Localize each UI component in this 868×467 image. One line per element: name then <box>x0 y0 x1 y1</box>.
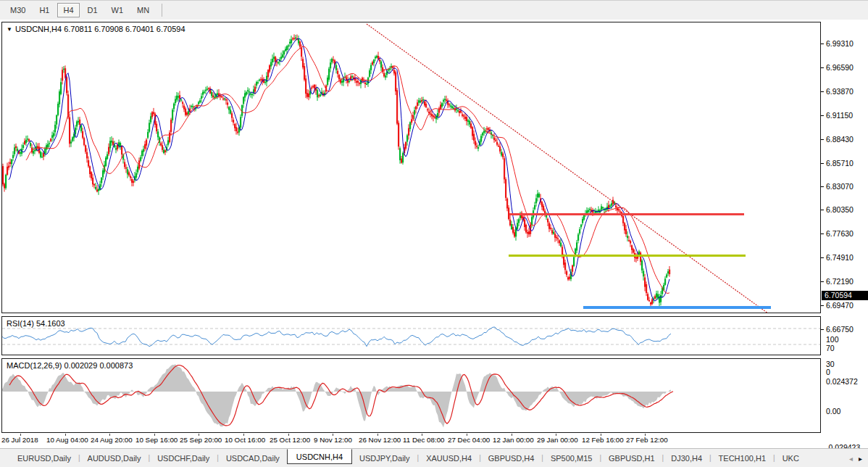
price-axis-label: 6.83070 <box>826 182 854 191</box>
price-axis-label: 6.91150 <box>826 111 853 120</box>
price-axis-tick <box>821 67 824 68</box>
chart-tab-usdchf[interactable]: USDCHF,Daily <box>150 452 217 465</box>
price-axis-tick <box>821 139 824 140</box>
tab-scroll-right-icon[interactable]: ▸ <box>859 455 862 463</box>
time-axis-label: 25 Oct 12:00 <box>270 436 310 444</box>
price-axis-tick <box>821 210 824 210</box>
time-axis-label: 26 Nov 12:00 <box>359 436 401 444</box>
toolbar-separator <box>162 4 162 17</box>
tab-scroll-arrows: ◂▸ <box>846 449 865 467</box>
symbol-dropdown-icon[interactable]: ▼ <box>7 26 12 33</box>
chart-tab-audusd[interactable]: AUDUSD,Daily <box>80 452 149 465</box>
time-axis-label: 27 Dec 04:00 <box>448 436 490 444</box>
price-axis-label: 6.66750 <box>826 325 854 334</box>
symbol-ohlc-text: USDCNH,H4 6.70811 6.70908 6.70401 6.7059… <box>15 25 185 33</box>
rsi-panel[interactable]: RSI(14) 54.1603 <box>1 316 821 355</box>
price-axis-tick <box>821 91 824 92</box>
time-axis-label: 26 Jul 2018 <box>1 436 38 444</box>
price-axis-tick <box>821 186 824 187</box>
price-axis-label: 6.99310 <box>826 39 854 48</box>
main-chart-canvas[interactable] <box>2 22 820 313</box>
time-axis-label: 10 Aug 04:00 <box>46 436 88 444</box>
price-axis-label: 6.93870 <box>826 87 854 96</box>
chart-tab-tech100[interactable]: TECH100,H1 <box>711 452 773 465</box>
rsi-label: RSI(14) 54.1603 <box>7 319 65 328</box>
timeframe-button-w1[interactable]: W1 <box>106 3 130 17</box>
price-axis-tick <box>821 281 824 282</box>
macd-canvas[interactable] <box>2 359 820 432</box>
time-axis-label: 10 Oct 16:00 <box>225 436 265 444</box>
rsi-axis-label: 0 <box>826 368 830 376</box>
time-axis-label: 9 Nov 12:00 <box>314 436 352 444</box>
time-axis-label: 11 Dec 08:00 <box>403 436 445 444</box>
time-axis-label: 24 Aug 20:00 <box>91 436 133 444</box>
price-axis-tick <box>821 44 824 44</box>
chart-tab-gbpusd[interactable]: GBPUSD,H4 <box>481 452 542 465</box>
chart-tab-usdjpy[interactable]: USDJPY,Daily <box>352 452 417 465</box>
timeframe-button-d1[interactable]: D1 <box>82 3 104 17</box>
macd-axis-label: 0.024372 <box>826 377 858 386</box>
time-axis-label: 10 Sep 16:00 <box>135 436 178 444</box>
tab-scroll-left-icon[interactable]: ◂ <box>849 455 853 463</box>
chart-tabs-bar: EURUSD,Daily|AUDUSD,Daily|USDCHF,Daily|U… <box>0 448 868 467</box>
price-axis-label: 6.72190 <box>826 277 854 286</box>
time-axis-label: 27 Feb 12:00 <box>626 436 668 444</box>
chart-tab-usdcnh[interactable]: USDCNH,H4 <box>287 449 352 464</box>
timeframe-button-m30[interactable]: M30 <box>4 3 31 17</box>
price-axis-tick <box>821 305 824 306</box>
timeframe-toolbar: M30H1H4D1W1MN <box>0 0 868 20</box>
terminal-window: M30H1H4D1W1MN ▼USDCNH,H4 6.70811 6.70908… <box>0 0 868 467</box>
price-axis-tick <box>821 329 824 330</box>
chart-tab-ukc[interactable]: UKC <box>775 452 806 465</box>
time-axis-label: 12 Jan 00:00 <box>493 436 534 444</box>
price-axis-label: 6.85710 <box>826 159 854 168</box>
chart-workspace: ▼USDCNH,H4 6.70811 6.70908 6.70401 6.705… <box>0 20 868 448</box>
time-axis-label: 29 Jan 00:00 <box>537 436 578 444</box>
chart-tab-eurusd[interactable]: EURUSD,Daily <box>10 452 78 465</box>
time-axis-label: 12 Feb 16:00 <box>582 436 624 444</box>
chart-tab-dj30[interactable]: DJ30,H4 <box>664 452 709 465</box>
chart-tab-gbpusd[interactable]: GBPUSD,H1 <box>601 452 662 465</box>
chart-tab-xauusd[interactable]: XAUUSD,H4 <box>419 452 479 465</box>
price-axis-tick <box>821 115 824 116</box>
time-axis-label: 25 Sep 20:00 <box>180 436 222 444</box>
timeframe-button-h1[interactable]: H1 <box>33 3 55 17</box>
chart-tab-sp500[interactable]: SP500,M15 <box>543 452 599 465</box>
main-chart-panel[interactable]: ▼USDCNH,H4 6.70811 6.70908 6.70401 6.705… <box>1 22 821 313</box>
chart-tab-usdcad[interactable]: USDCAD,Daily <box>219 452 287 465</box>
macd-panel[interactable]: MACD(12,26,9) 0.002029 0.000873 <box>1 358 821 433</box>
rsi-axis-label: 100 <box>826 335 839 344</box>
price-axis-label: 6.96590 <box>826 63 854 72</box>
price-axis-label: 6.88430 <box>826 135 854 144</box>
macd-axis-label: 0.00 <box>826 407 840 416</box>
current-price-tag: 6.70594 <box>822 291 868 300</box>
timeframe-button-mn[interactable]: MN <box>131 3 155 17</box>
price-axis-label: 6.69470 <box>826 301 854 310</box>
price-axis-tick <box>821 233 824 234</box>
timeframe-button-h4[interactable]: H4 <box>57 3 79 17</box>
price-axis-tick <box>821 257 824 258</box>
price-axis-label: 6.80350 <box>826 205 854 214</box>
symbol-ohlc-label: ▼USDCNH,H4 6.70811 6.70908 6.70401 6.705… <box>7 25 185 33</box>
price-axis-label: 6.74910 <box>826 253 854 262</box>
macd-label: MACD(12,26,9) 0.002029 0.000873 <box>7 361 133 370</box>
rsi-canvas[interactable] <box>2 317 820 355</box>
rsi-axis-label: 70 <box>826 344 835 352</box>
price-axis-label: 6.77630 <box>826 229 854 238</box>
price-axis-tick <box>821 163 824 164</box>
